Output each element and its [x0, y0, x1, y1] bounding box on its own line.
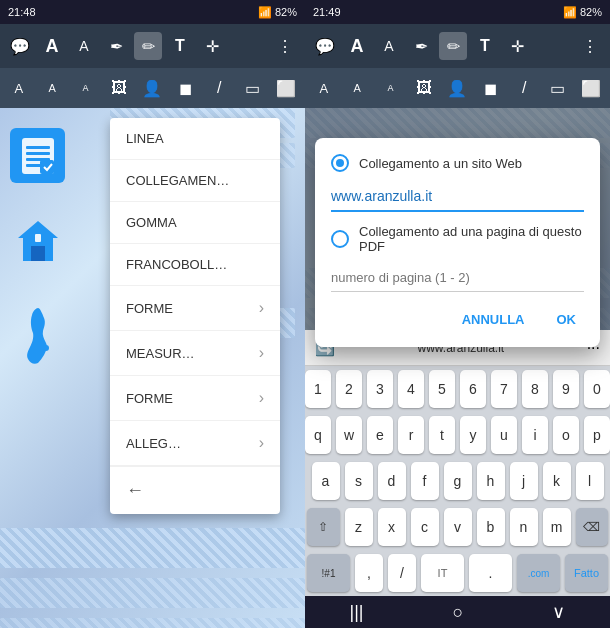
menu-item-measure[interactable]: MEASUR… › — [110, 331, 280, 376]
key-j[interactable]: j — [510, 462, 538, 500]
key-b[interactable]: b — [477, 508, 505, 546]
menu-item-gomma[interactable]: GOMMA — [110, 202, 280, 244]
line-icon[interactable]: / — [209, 74, 230, 102]
type-icon-r[interactable]: T — [471, 32, 499, 60]
delete-key[interactable]: ⌫ — [576, 508, 609, 546]
key-f[interactable]: f — [411, 462, 439, 500]
comma-key[interactable]: , — [355, 554, 383, 592]
web-link-option[interactable]: Collegamento a un sito Web — [331, 154, 584, 172]
key-t[interactable]: t — [429, 416, 455, 454]
slash-key[interactable]: / — [388, 554, 416, 592]
key-6[interactable]: 6 — [460, 370, 486, 408]
done-key[interactable]: Fatto — [565, 554, 608, 592]
key-q[interactable]: q — [305, 416, 331, 454]
language-key[interactable]: IT — [421, 554, 464, 592]
menu-item-alleg[interactable]: ALLEG… › — [110, 421, 280, 466]
font-a2-icon[interactable]: A — [41, 74, 62, 102]
select-icon-r[interactable]: ⬜ — [581, 74, 602, 102]
key-w[interactable]: w — [336, 416, 362, 454]
text-icon[interactable]: A — [38, 32, 66, 60]
pdf-page-option[interactable]: Collegamento ad una pagina di questo PDF — [331, 224, 584, 254]
ok-button[interactable]: OK — [549, 308, 585, 331]
key-s[interactable]: s — [345, 462, 373, 500]
key-a[interactable]: a — [312, 462, 340, 500]
symbols-key[interactable]: !#1 — [307, 554, 350, 592]
key-7[interactable]: 7 — [491, 370, 517, 408]
move-icon[interactable]: ✛ — [198, 32, 226, 60]
key-3[interactable]: 3 — [367, 370, 393, 408]
key-g[interactable]: g — [444, 462, 472, 500]
font-a3-icon[interactable]: A — [75, 74, 96, 102]
menu-item-collegamento[interactable]: COLLEGAMEN… — [110, 160, 280, 202]
key-5[interactable]: 5 — [429, 370, 455, 408]
line-icon-r[interactable]: / — [514, 74, 535, 102]
font-a-icon-r[interactable]: A — [313, 74, 334, 102]
type-icon[interactable]: T — [166, 32, 194, 60]
more-icon[interactable]: ⋮ — [271, 32, 299, 60]
font-a3-icon-r[interactable]: A — [380, 74, 401, 102]
pencil-icon[interactable]: ✏ — [134, 32, 162, 60]
key-m[interactable]: m — [543, 508, 571, 546]
rect-icon[interactable]: ▭ — [242, 74, 263, 102]
key-u[interactable]: u — [491, 416, 517, 454]
chat-icon[interactable]: 💬 — [6, 32, 34, 60]
key-x[interactable]: x — [378, 508, 406, 546]
key-d[interactable]: d — [378, 462, 406, 500]
key-8[interactable]: 8 — [522, 370, 548, 408]
text2-icon-r[interactable]: A — [375, 32, 403, 60]
stamp-icon[interactable]: 👤 — [142, 74, 163, 102]
nav-recents[interactable]: ∨ — [532, 597, 585, 627]
menu-item-linea[interactable]: LINEA — [110, 118, 280, 160]
key-i[interactable]: i — [522, 416, 548, 454]
key-l[interactable]: l — [576, 462, 604, 500]
key-4[interactable]: 4 — [398, 370, 424, 408]
arrow-icon: › — [259, 389, 264, 407]
text2-icon[interactable]: A — [70, 32, 98, 60]
rect-icon-r[interactable]: ▭ — [547, 74, 568, 102]
key-2[interactable]: 2 — [336, 370, 362, 408]
dotcom-key[interactable]: .com — [517, 554, 560, 592]
menu-item-francobollo[interactable]: FRANCOBOLL… — [110, 244, 280, 286]
key-p[interactable]: p — [584, 416, 610, 454]
shift-key[interactable]: ⇧ — [307, 508, 340, 546]
pen-icon-r[interactable]: ✒ — [407, 32, 435, 60]
radio-pdf-page[interactable] — [331, 230, 349, 248]
image-icon[interactable]: 🖼 — [108, 74, 129, 102]
stamp-icon-r[interactable]: 👤 — [447, 74, 468, 102]
key-n[interactable]: n — [510, 508, 538, 546]
image-icon-r[interactable]: 🖼 — [413, 74, 434, 102]
text-icon-r[interactable]: A — [343, 32, 371, 60]
key-h[interactable]: h — [477, 462, 505, 500]
url-input[interactable] — [331, 182, 584, 212]
chat-icon-r[interactable]: 💬 — [311, 32, 339, 60]
key-z[interactable]: z — [345, 508, 373, 546]
eraser-icon-r[interactable]: ◼ — [480, 74, 501, 102]
font-a2-icon-r[interactable]: A — [346, 74, 367, 102]
key-e[interactable]: e — [367, 416, 393, 454]
font-a-icon[interactable]: A — [8, 74, 29, 102]
key-9[interactable]: 9 — [553, 370, 579, 408]
more-icon-r[interactable]: ⋮ — [576, 32, 604, 60]
pen-icon[interactable]: ✒ — [102, 32, 130, 60]
move-icon-r[interactable]: ✛ — [503, 32, 531, 60]
key-c[interactable]: c — [411, 508, 439, 546]
cancel-button[interactable]: ANNULLA — [454, 308, 533, 331]
key-o[interactable]: o — [553, 416, 579, 454]
menu-item-forme2[interactable]: FORME › — [110, 376, 280, 421]
key-r[interactable]: r — [398, 416, 424, 454]
key-k[interactable]: k — [543, 462, 571, 500]
menu-item-forme1[interactable]: FORME › — [110, 286, 280, 331]
page-number-input[interactable] — [331, 264, 584, 292]
select-icon[interactable]: ⬜ — [276, 74, 297, 102]
nav-back[interactable]: ||| — [330, 598, 384, 627]
nav-home[interactable]: ○ — [433, 598, 484, 627]
eraser-icon[interactable]: ◼ — [175, 74, 196, 102]
key-1[interactable]: 1 — [305, 370, 331, 408]
key-v[interactable]: v — [444, 508, 472, 546]
radio-web-link[interactable] — [331, 154, 349, 172]
pencil-icon-r[interactable]: ✏ — [439, 32, 467, 60]
dot-key[interactable]: . — [469, 554, 512, 592]
key-0[interactable]: 0 — [584, 370, 610, 408]
key-y[interactable]: y — [460, 416, 486, 454]
menu-back-button[interactable]: ← — [110, 466, 280, 514]
